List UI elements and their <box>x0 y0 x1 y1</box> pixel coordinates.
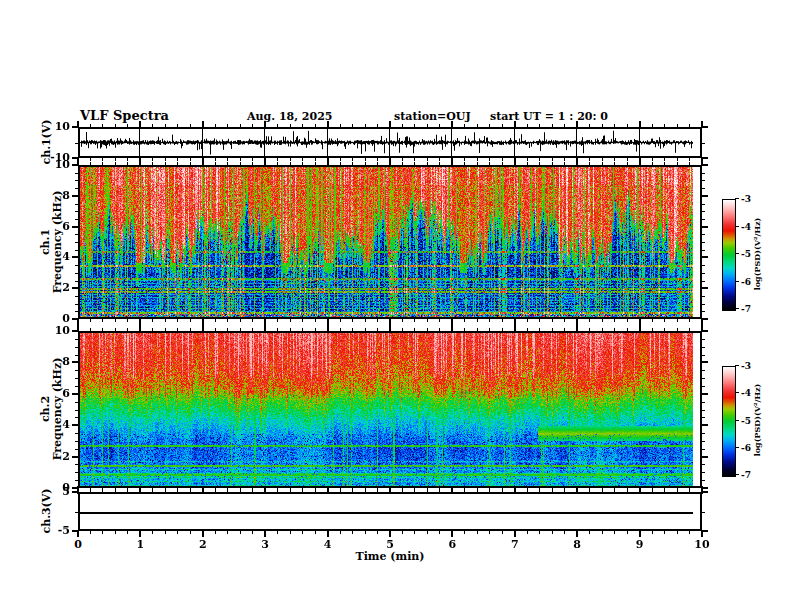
x-tick <box>614 158 615 161</box>
x-tick <box>614 328 615 331</box>
x-tick <box>677 162 678 165</box>
x-tick <box>652 328 653 331</box>
y-tick <box>75 417 78 418</box>
x-tick <box>252 124 253 127</box>
minute-gridline <box>576 129 577 156</box>
x-tick <box>527 319 528 322</box>
y-tick <box>75 234 78 235</box>
x-tick <box>190 328 191 331</box>
x-tick <box>90 489 91 492</box>
x-tick <box>564 319 565 322</box>
y-tick <box>702 219 705 220</box>
x-tick <box>614 489 615 492</box>
x-tick <box>602 489 603 492</box>
x-tick <box>115 124 116 127</box>
x-tick <box>677 124 678 127</box>
ch2-frequency-axis-title: ch.2 Frequency (kHz) <box>40 358 64 461</box>
x-tick-label: 9 <box>628 539 652 551</box>
x-tick <box>340 319 341 322</box>
x-tick <box>127 531 128 534</box>
ch1-colorbar-title: log(PSD)(V²/Hz) <box>751 218 763 291</box>
x-tick-label: 8 <box>565 539 589 551</box>
y-tick <box>72 330 78 332</box>
colorbar-tick <box>735 198 739 199</box>
colorbar-tick <box>735 281 739 282</box>
y-tick <box>75 433 78 434</box>
x-tick <box>290 162 291 165</box>
x-tick <box>564 328 565 331</box>
y-tick <box>702 386 705 387</box>
x-tick <box>502 158 503 161</box>
x-tick <box>527 328 528 331</box>
x-tick <box>402 531 403 534</box>
y-tick <box>75 188 78 189</box>
x-tick <box>352 319 353 322</box>
x-tick <box>227 328 228 331</box>
y-tick-label: 2 <box>42 282 70 294</box>
y-tick <box>702 472 705 473</box>
x-tick <box>539 328 540 331</box>
x-tick <box>127 162 128 165</box>
x-tick-label: 10 <box>690 539 714 551</box>
x-tick <box>664 319 665 322</box>
x-tick <box>489 328 490 331</box>
x-tick <box>240 124 241 127</box>
colorbar-tick-label: -7 <box>741 470 751 480</box>
x-tick <box>127 328 128 331</box>
x-tick <box>352 489 353 492</box>
x-tick <box>564 158 565 161</box>
y-tick <box>702 281 705 282</box>
x-tick <box>664 489 665 492</box>
x-tick <box>252 319 253 322</box>
y-tick <box>702 339 705 340</box>
x-tick <box>365 124 366 127</box>
y-tick <box>702 287 708 289</box>
x-tick <box>477 489 478 492</box>
y-tick <box>702 204 705 205</box>
x-tick <box>539 162 540 165</box>
y-tick <box>702 330 708 332</box>
colorbar-tick <box>735 226 739 227</box>
y-tick <box>702 157 708 159</box>
x-tick <box>451 121 453 127</box>
x-tick <box>290 531 291 534</box>
x-tick <box>652 124 653 127</box>
x-tick <box>102 531 103 534</box>
y-tick <box>72 424 78 426</box>
y-tick <box>75 464 78 465</box>
x-tick <box>139 325 141 331</box>
x-tick <box>165 328 166 331</box>
x-tick <box>165 124 166 127</box>
x-tick <box>552 328 553 331</box>
x-tick <box>327 325 329 331</box>
minute-gridline <box>264 129 265 156</box>
y-tick <box>72 456 78 458</box>
x-tick <box>552 158 553 161</box>
x-tick <box>602 531 603 534</box>
x-tick <box>377 319 378 322</box>
ch2-spectrogram-canvas <box>80 333 693 486</box>
y-tick <box>702 491 708 493</box>
x-tick <box>527 531 528 534</box>
x-tick <box>315 489 316 492</box>
y-tick-label: 6 <box>42 221 70 233</box>
x-tick <box>477 319 478 322</box>
y-tick <box>75 347 78 348</box>
ch2-colorbar-title: log(PSD)(V²/Hz) <box>751 384 763 457</box>
y-tick <box>75 250 78 251</box>
x-tick <box>552 162 553 165</box>
x-tick <box>327 121 329 127</box>
x-tick <box>502 489 503 492</box>
y-tick <box>75 204 78 205</box>
x-tick <box>102 124 103 127</box>
y-tick <box>702 370 705 371</box>
x-tick <box>427 124 428 127</box>
x-tick <box>677 319 678 322</box>
vlf-spectra-figure: VLF Spectra Aug. 18, 2025 station=OUJ st… <box>0 0 792 612</box>
x-tick <box>564 162 565 165</box>
y-tick <box>702 530 708 532</box>
colorbar-tick-label: -3 <box>741 194 751 204</box>
x-tick <box>190 319 191 322</box>
y-tick-label: 10 <box>42 159 70 171</box>
x-axis-title: Time (min) <box>330 551 450 563</box>
